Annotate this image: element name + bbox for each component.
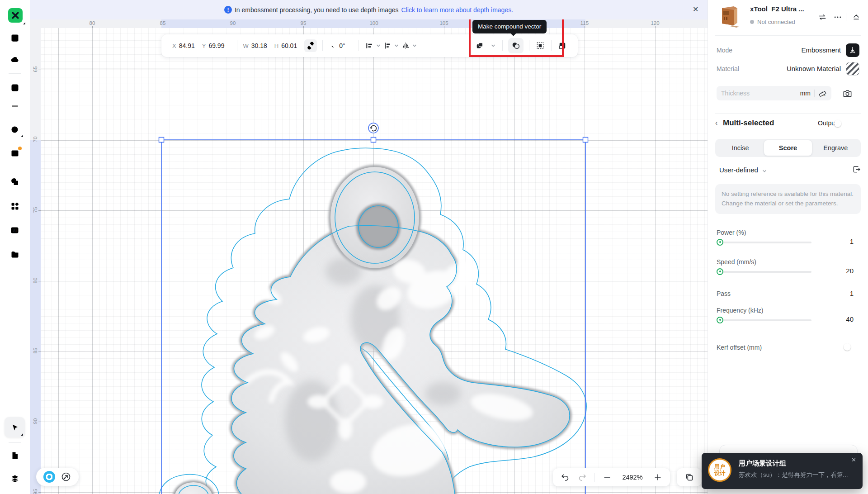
chevron-down-icon[interactable] bbox=[393, 42, 400, 49]
align-icon[interactable] bbox=[382, 40, 393, 51]
chat-notification-toast[interactable]: 用户 设计 用户场景设计组 苏欢欢（su）：是得再努力一下，看第... ✕ bbox=[702, 453, 863, 489]
chevron-down-icon[interactable] bbox=[375, 42, 382, 49]
record-button[interactable] bbox=[43, 471, 55, 483]
design-canvas[interactable] bbox=[41, 28, 708, 494]
rotation-angle-value[interactable]: 0° bbox=[339, 42, 345, 49]
flip-icon[interactable] bbox=[400, 40, 411, 51]
tab-score[interactable]: Score bbox=[764, 140, 811, 156]
device-name[interactable]: xTool_F2 Ultra ... bbox=[750, 5, 804, 13]
export-preset-icon[interactable] bbox=[852, 165, 861, 176]
ruler-number: 75 bbox=[33, 206, 38, 214]
frequency-value[interactable]: 40 bbox=[846, 315, 854, 323]
material-notice: No setting reference is available for th… bbox=[715, 184, 861, 214]
w-label: W bbox=[243, 43, 248, 49]
ai-generate-icon[interactable]: AI bbox=[9, 224, 20, 235]
notification-dot bbox=[18, 147, 22, 150]
chevron-down-icon[interactable] bbox=[411, 42, 418, 49]
page-icon[interactable] bbox=[9, 450, 20, 461]
ruler-number: 95 bbox=[33, 488, 38, 494]
lock-ratio-icon[interactable] bbox=[304, 39, 317, 52]
artboard-panel-icon[interactable] bbox=[9, 148, 20, 159]
boolean-shapes-icon[interactable] bbox=[9, 176, 20, 187]
h-label: H bbox=[274, 43, 278, 49]
status-dot bbox=[750, 20, 754, 24]
preset-dropdown[interactable]: User-defined bbox=[719, 166, 758, 174]
selection-toolbar: X 84.91 Y 69.99 W 30.18 H 60.01 0° bbox=[161, 34, 578, 57]
material-icon[interactable] bbox=[846, 62, 859, 76]
mode-icon[interactable] bbox=[846, 43, 859, 57]
banner-text: In embossment processing, you need to us… bbox=[235, 6, 399, 14]
more-options-icon[interactable] bbox=[833, 13, 842, 22]
xtool-logo[interactable] bbox=[8, 8, 23, 23]
speed-label: Speed (mm/s) bbox=[717, 258, 756, 266]
power-slider[interactable] bbox=[717, 238, 811, 246]
pass-value[interactable]: 1 bbox=[850, 290, 854, 297]
device-thumbnail bbox=[714, 5, 744, 28]
zoom-level-value[interactable]: 2492% bbox=[619, 474, 646, 481]
chevron-down-icon[interactable] bbox=[490, 42, 497, 49]
measure-ruler-icon[interactable]: A bbox=[818, 89, 827, 98]
apps-library-icon[interactable] bbox=[9, 201, 20, 212]
frequency-slider[interactable] bbox=[717, 316, 811, 323]
tab-incise[interactable]: Incise bbox=[717, 140, 764, 156]
svg-text:A: A bbox=[823, 94, 825, 96]
material-value[interactable]: Unknown Material bbox=[787, 65, 841, 72]
shape-tool-icon[interactable] bbox=[9, 124, 20, 135]
ruler-number: 85 bbox=[160, 20, 166, 26]
make-compound-vector-button[interactable] bbox=[508, 38, 524, 53]
material-label: Material bbox=[717, 65, 739, 72]
zoom-in-button[interactable] bbox=[653, 472, 663, 482]
banner-learn-more-link[interactable]: Click to learn more about depth images. bbox=[401, 6, 513, 14]
avatar: 用户 设计 bbox=[708, 458, 731, 482]
ruler-number: 120 bbox=[651, 20, 659, 26]
save-project-icon[interactable] bbox=[9, 33, 20, 43]
zoom-out-button[interactable] bbox=[602, 472, 612, 482]
power-value[interactable]: 1 bbox=[850, 238, 854, 245]
switch-device-icon[interactable] bbox=[818, 13, 827, 22]
eject-device-icon[interactable] bbox=[852, 13, 861, 22]
flatten-bitmap-icon[interactable] bbox=[557, 40, 568, 51]
settings-panel: xTool_F2 Ultra ... Not connected Mode Em… bbox=[708, 0, 868, 494]
share-button[interactable] bbox=[61, 471, 71, 482]
selection-title: Multi-selected bbox=[723, 119, 774, 128]
ruler-number: 105 bbox=[439, 20, 448, 26]
trace-outline-icon[interactable] bbox=[535, 40, 546, 51]
compound-vector-tooltip: Make compound vector bbox=[472, 20, 547, 33]
toast-group-title: 用户场景设计组 bbox=[739, 459, 786, 468]
add-shape-icon[interactable] bbox=[9, 82, 20, 93]
redo-icon[interactable] bbox=[577, 472, 587, 482]
ruler-number: 65 bbox=[33, 65, 38, 73]
duplicate-canvas-button[interactable] bbox=[677, 468, 702, 486]
rotation-angle-icon bbox=[328, 40, 339, 51]
camera-measure-icon[interactable] bbox=[842, 88, 853, 100]
processing-type-tabs: Incise Score Engrave bbox=[715, 139, 861, 157]
text-tool-icon[interactable] bbox=[9, 103, 20, 114]
toast-close-icon[interactable]: ✕ bbox=[851, 456, 856, 463]
tab-engrave[interactable]: Engrave bbox=[812, 140, 859, 156]
ruler-number: 85 bbox=[33, 347, 38, 355]
mode-label: Mode bbox=[717, 47, 732, 54]
thickness-input[interactable] bbox=[721, 90, 775, 97]
w-value[interactable]: 30.18 bbox=[251, 42, 267, 49]
zoom-toolbar: 2492% bbox=[553, 468, 670, 486]
select-tool-button[interactable] bbox=[5, 417, 25, 437]
layers-icon[interactable] bbox=[9, 473, 20, 484]
toast-message: 苏欢欢（su）：是得再努力一下，看第... bbox=[739, 471, 853, 479]
speed-value[interactable]: 20 bbox=[846, 267, 854, 275]
embossment-info-banner: ! In embossment processing, you need to … bbox=[30, 0, 708, 19]
y-value[interactable]: 69.99 bbox=[208, 42, 224, 49]
undo-icon[interactable] bbox=[560, 472, 570, 482]
back-chevron-icon[interactable]: ‹ bbox=[715, 119, 717, 127]
speed-slider[interactable] bbox=[717, 268, 811, 275]
x-value[interactable]: 84.91 bbox=[179, 42, 195, 49]
weld-shapes-icon[interactable] bbox=[474, 40, 485, 51]
cloud-upload-icon[interactable] bbox=[9, 54, 20, 65]
h-value[interactable]: 60.01 bbox=[281, 42, 297, 49]
files-folder-icon[interactable] bbox=[9, 249, 20, 260]
banner-close-icon[interactable]: ✕ bbox=[693, 5, 698, 14]
ruler-number: 90 bbox=[230, 20, 236, 26]
thickness-unit: mm bbox=[800, 90, 811, 97]
ruler-number: 80 bbox=[33, 276, 38, 285]
distribute-icon[interactable] bbox=[364, 40, 375, 51]
mode-value[interactable]: Embossment bbox=[801, 46, 841, 54]
